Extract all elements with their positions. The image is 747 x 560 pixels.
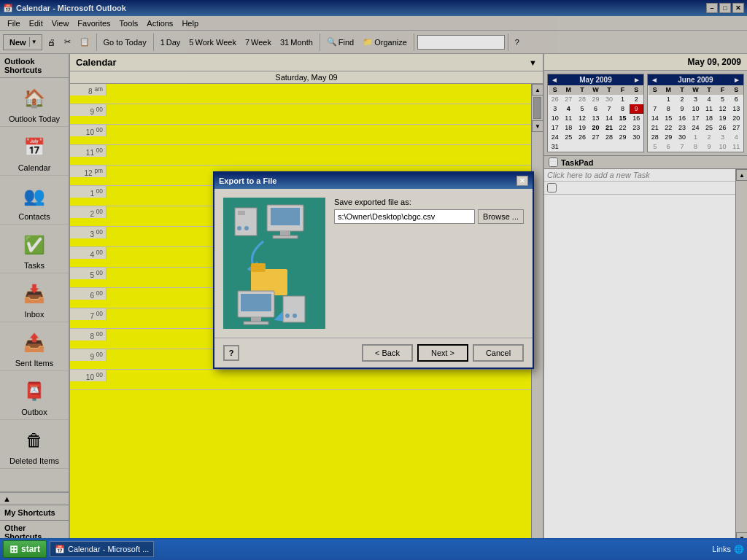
taskbar: ⊞ start 📅 Calendar - Microsoft ... Links… [0, 538, 747, 560]
taskbar-right: Links 🌐 [712, 545, 744, 554]
taskbar-calendar-icon: 📅 [55, 545, 65, 554]
svg-point-16 [285, 314, 290, 318]
svg-rect-2 [271, 208, 300, 225]
start-button[interactable]: ⊞ start [3, 540, 47, 558]
taskbar-calendar-label: Calendar - Microsoft ... [68, 545, 149, 553]
cancel-button[interactable]: Cancel [473, 344, 524, 362]
dialog-form: Save exported file as: Browse ... [334, 198, 524, 329]
start-label: start [21, 544, 40, 554]
export-dialog: Export to a File ✕ [213, 171, 534, 369]
svg-point-7 [237, 226, 241, 230]
export-illustration [223, 198, 325, 329]
dialog-icon-area [223, 198, 325, 329]
dialog-footer: ? < Back Next > Cancel [214, 338, 533, 368]
dialog-overlay: Export to a File ✕ [0, 0, 747, 540]
dialog-titlebar: Export to a File ✕ [214, 173, 533, 189]
dialog-action-buttons: < Back Next > Cancel [362, 344, 524, 362]
windows-logo: ⊞ [9, 543, 18, 555]
svg-rect-12 [241, 294, 271, 311]
dialog-title: Export to a File [219, 176, 276, 185]
svg-rect-14 [244, 322, 268, 324]
browse-button[interactable]: Browse ... [478, 209, 524, 224]
svg-point-8 [244, 226, 249, 230]
file-path-input[interactable] [334, 209, 475, 224]
svg-rect-10 [251, 263, 266, 272]
svg-rect-3 [280, 231, 290, 236]
dialog-close-button[interactable]: ✕ [516, 176, 528, 186]
back-button[interactable]: < Back [362, 344, 413, 362]
file-label: Save exported file as: [334, 198, 524, 206]
dialog-help-button[interactable]: ? [223, 345, 239, 361]
taskbar-calendar-item[interactable]: 📅 Calendar - Microsoft ... [50, 541, 154, 557]
dialog-controls: ✕ [516, 176, 528, 186]
svg-point-17 [293, 314, 297, 318]
taskbar-links[interactable]: Links [712, 545, 731, 553]
svg-rect-4 [273, 236, 298, 238]
svg-rect-15 [283, 296, 305, 322]
next-button[interactable]: Next > [417, 344, 468, 362]
svg-rect-13 [251, 317, 261, 322]
file-path-row: Browse ... [334, 209, 524, 224]
svg-rect-6 [238, 211, 245, 215]
dialog-body: Save exported file as: Browse ... [214, 189, 533, 338]
taskbar-ie-icon: 🌐 [734, 545, 744, 554]
